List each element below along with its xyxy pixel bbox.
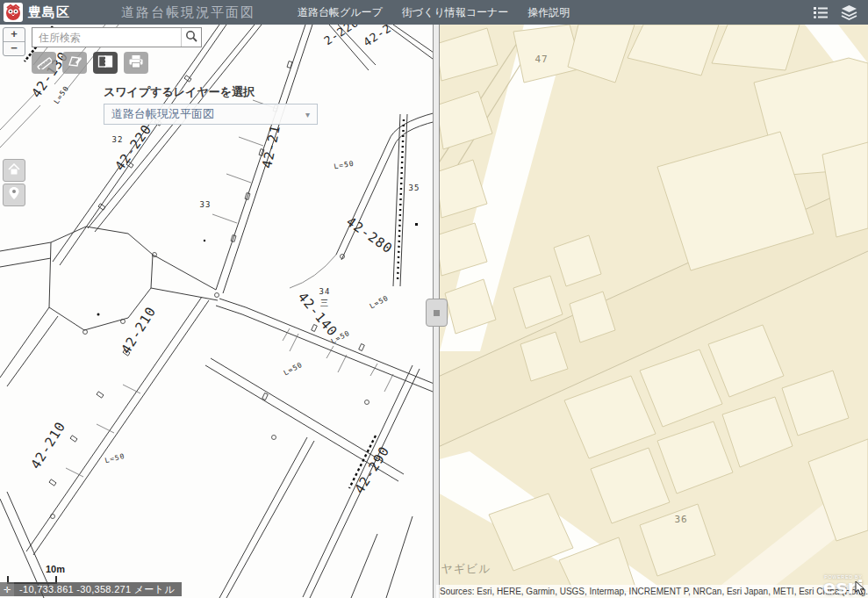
menu-item-help[interactable]: 操作説明 xyxy=(527,5,570,20)
zoom-in-button[interactable]: + xyxy=(4,28,25,41)
org-name: 豊島区 xyxy=(28,4,70,21)
location-pin-icon xyxy=(9,187,19,203)
swipe-tool-button[interactable] xyxy=(93,52,118,74)
coordinates-widget: ✛ -10,733.861 -30,358.271 メートル xyxy=(0,582,182,596)
basemap-drawing xyxy=(436,25,868,598)
crosshair-icon: ✛ xyxy=(0,582,14,596)
ruler-icon xyxy=(36,54,52,72)
header-menu: 道路台帳グループ 街づくり情報コーナー 操作説明 xyxy=(298,5,570,20)
search-input[interactable] xyxy=(32,28,181,47)
layers-icon[interactable] xyxy=(841,5,857,20)
app-header: 豊島区 道路台帳現況平面図 道路台帳グループ 街づくり情報コーナー 操作説明 xyxy=(0,0,868,25)
locate-button[interactable] xyxy=(3,184,25,206)
page-title: 道路台帳現況平面図 xyxy=(121,4,255,21)
swipe-handle[interactable] xyxy=(426,299,448,327)
map-attribution: Sources: Esri, HERE, Garmin, USGS, Inter… xyxy=(436,585,868,598)
zoom-widget: + − xyxy=(3,27,25,56)
search-button[interactable] xyxy=(181,28,201,47)
app-window: 豊島区 道路台帳現況平面図 道路台帳グループ 街づくり情報コーナー 操作説明 xyxy=(0,0,868,598)
swipe-panel-title: スワイプするレイヤーを選択 xyxy=(104,84,255,100)
measure-area-button[interactable] xyxy=(62,52,87,74)
home-extent-button[interactable] xyxy=(3,159,25,182)
zoom-out-button[interactable]: − xyxy=(4,41,25,55)
legend-list-icon[interactable] xyxy=(813,5,829,19)
address-search-box xyxy=(32,27,202,47)
mouse-cursor-icon xyxy=(855,581,865,598)
print-button[interactable] xyxy=(124,52,148,74)
swipe-layer-value: 道路台帳現況平面図 xyxy=(111,106,214,122)
swipe-grip-icon xyxy=(434,310,440,316)
coordinates-value: -10,733.861 -30,358.271 メートル xyxy=(19,583,175,596)
scale-label: 10m xyxy=(46,564,65,574)
measure-distance-button[interactable] xyxy=(32,52,56,74)
menu-item-machizukuri-info[interactable]: 街づくり情報コーナー xyxy=(402,5,508,20)
right-map-pane[interactable]: 4736ヤギビル xyxy=(436,25,868,598)
printer-icon xyxy=(128,54,144,71)
toshima-mascot-logo[interactable] xyxy=(4,3,23,22)
header-icons xyxy=(813,5,868,20)
chevron-down-icon: ▾ xyxy=(305,110,310,119)
search-icon xyxy=(185,30,197,45)
swipe-layer-select[interactable]: 道路台帳現況平面図 ▾ xyxy=(104,104,318,125)
map-toolbar xyxy=(32,52,148,74)
area-pencil-icon xyxy=(67,54,82,72)
menu-item-road-register-group[interactable]: 道路台帳グループ xyxy=(298,5,383,20)
home-icon xyxy=(8,162,20,178)
swipe-icon xyxy=(97,54,113,71)
